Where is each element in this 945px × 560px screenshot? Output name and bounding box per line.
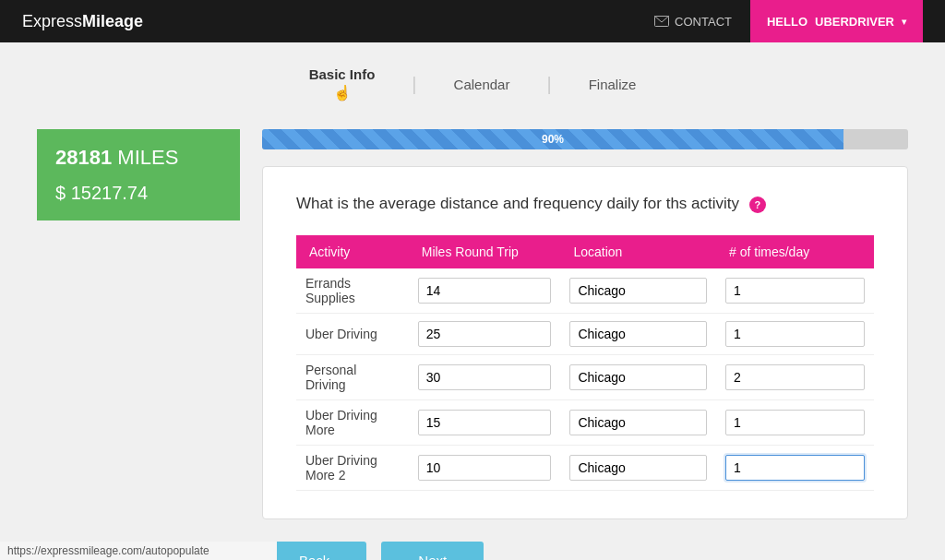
tab-basic-info-label: Basic Info xyxy=(309,66,376,82)
times-input[interactable] xyxy=(725,455,865,481)
cell-location xyxy=(560,355,716,400)
location-input[interactable] xyxy=(569,364,707,390)
miles-input[interactable] xyxy=(418,364,552,390)
cell-activity: Errands Supplies xyxy=(296,268,409,314)
cell-activity: Uber Driving More 2 xyxy=(296,446,409,491)
main-content: 28181 MILES $ 15217.74 90% What is the a… xyxy=(0,120,945,560)
times-input[interactable] xyxy=(725,278,865,304)
cell-location xyxy=(560,268,716,314)
help-icon[interactable]: ? xyxy=(749,197,766,213)
cell-location xyxy=(560,446,716,491)
tab-calendar-label: Calendar xyxy=(454,77,510,92)
hello-label: HELLO xyxy=(767,15,807,29)
times-input[interactable] xyxy=(725,364,865,390)
cell-times xyxy=(716,400,874,446)
miles-unit: MILES xyxy=(117,146,178,169)
miles-input[interactable] xyxy=(418,278,552,304)
header-right: CONTACT HELLO UBERDRIVER ▾ xyxy=(636,0,923,42)
cursor-icon: ☝ xyxy=(309,84,376,101)
logo-bold: Mileage xyxy=(82,12,143,30)
cell-miles xyxy=(409,446,561,491)
miles-input[interactable] xyxy=(418,321,552,347)
col-activity: Activity xyxy=(296,235,409,268)
cell-miles xyxy=(409,268,561,314)
app-header: ExpressMileage CONTACT HELLO UBERDRIVER … xyxy=(0,0,945,42)
col-location: Location xyxy=(560,235,716,268)
col-times: # of times/day xyxy=(716,235,874,268)
table-header: Activity Miles Round Trip Location # of … xyxy=(296,235,874,268)
contact-link[interactable]: CONTACT xyxy=(636,15,750,29)
progress-label: 90% xyxy=(542,133,564,146)
table-row: Personal Driving xyxy=(296,355,874,400)
cell-times xyxy=(716,355,874,400)
progress-bar-fill: 90% xyxy=(262,129,843,149)
location-input[interactable] xyxy=(569,410,707,435)
user-menu[interactable]: HELLO UBERDRIVER ▾ xyxy=(750,0,923,42)
miles-input[interactable] xyxy=(418,455,552,481)
tab-finalize-label: Finalize xyxy=(589,77,637,92)
times-input[interactable] xyxy=(725,410,865,435)
status-bar: https://expressmileage.com/autopopulate xyxy=(0,542,277,560)
miles-value: 28181 xyxy=(55,146,112,169)
miles-stat: 28181 MILES xyxy=(55,146,221,170)
tab-calendar[interactable]: Calendar xyxy=(417,69,547,100)
cell-miles xyxy=(409,314,561,355)
table-row: Uber Driving More xyxy=(296,400,874,446)
location-input[interactable] xyxy=(569,321,707,347)
col-miles: Miles Round Trip xyxy=(409,235,561,268)
next-button[interactable]: Next xyxy=(381,542,484,560)
table-row: Errands Supplies xyxy=(296,268,874,314)
table-body: Errands SuppliesUber DrivingPersonal Dri… xyxy=(296,268,874,491)
stats-box: 28181 MILES $ 15217.74 xyxy=(37,129,240,220)
left-panel: 28181 MILES $ 15217.74 xyxy=(37,120,240,560)
form-title: What is the average distance and frequen… xyxy=(296,195,874,213)
miles-input[interactable] xyxy=(418,410,552,435)
money-stat: $ 15217.74 xyxy=(55,183,221,204)
right-panel: 90% What is the average distance and fre… xyxy=(262,120,908,560)
cell-activity: Uber Driving More xyxy=(296,400,409,446)
location-input[interactable] xyxy=(569,278,707,304)
tab-finalize[interactable]: Finalize xyxy=(552,69,674,100)
cell-miles xyxy=(409,400,561,446)
logo: ExpressMileage xyxy=(22,12,143,31)
cell-location xyxy=(560,400,716,446)
chevron-down-icon: ▾ xyxy=(902,17,906,27)
status-url: https://expressmileage.com/autopopulate xyxy=(7,544,209,557)
cell-times xyxy=(716,446,874,491)
envelope-icon xyxy=(654,16,669,27)
cell-miles xyxy=(409,355,561,400)
form-card: What is the average distance and frequen… xyxy=(262,166,908,519)
user-label: UBERDRIVER xyxy=(815,15,894,29)
progress-bar-container: 90% xyxy=(262,129,908,149)
times-input[interactable] xyxy=(725,321,865,347)
form-title-text: What is the average distance and frequen… xyxy=(296,195,739,212)
logo-plain: Express xyxy=(22,12,82,30)
cell-times xyxy=(716,314,874,355)
table-row: Uber Driving xyxy=(296,314,874,355)
cell-activity: Uber Driving xyxy=(296,314,409,355)
tab-nav: Basic Info ☝ | Calendar | Finalize xyxy=(0,42,945,120)
cell-activity: Personal Driving xyxy=(296,355,409,400)
activity-table: Activity Miles Round Trip Location # of … xyxy=(296,235,874,491)
table-row: Uber Driving More 2 xyxy=(296,446,874,491)
buttons-row: Back Next xyxy=(262,542,908,560)
location-input[interactable] xyxy=(569,455,707,481)
back-button[interactable]: Back xyxy=(262,542,366,560)
cell-location xyxy=(560,314,716,355)
cell-times xyxy=(716,268,874,314)
tab-basic-info[interactable]: Basic Info ☝ xyxy=(272,59,413,109)
contact-label: CONTACT xyxy=(675,15,732,29)
